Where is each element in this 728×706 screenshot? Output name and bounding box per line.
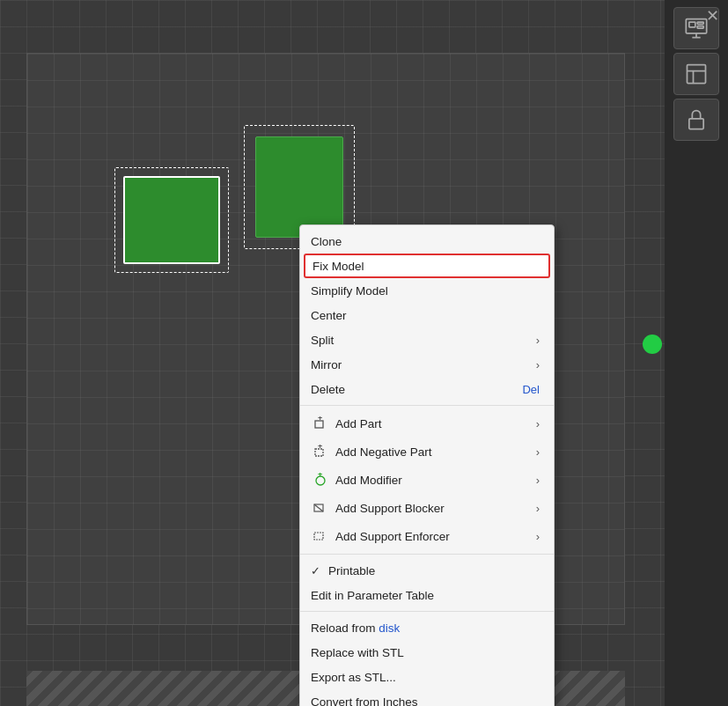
menu-item-edit-param-table[interactable]: Edit in Parameter Table <box>300 583 554 607</box>
right-toolbar: ✕ <box>665 0 728 706</box>
lock-icon <box>684 107 709 132</box>
add-modifier-icon: + <box>311 471 328 489</box>
menu-item-delete[interactable]: Delete Del <box>300 377 554 401</box>
support-enforcer-arrow-icon: › <box>536 530 540 543</box>
menu-item-simplify-model[interactable]: Simplify Model <box>300 278 554 303</box>
support-enforcer-icon <box>311 527 328 545</box>
menu-item-mirror[interactable]: Mirror › <box>300 352 554 377</box>
add-part-arrow-icon: › <box>536 417 540 430</box>
menu-item-printable[interactable]: ✓ Printable <box>300 558 554 583</box>
svg-text:+: + <box>318 416 322 423</box>
3d-model-left[interactable] <box>123 176 220 264</box>
menu-item-add-negative-part[interactable]: + Add Negative Part › <box>300 438 554 466</box>
menu-item-center[interactable]: Center <box>300 303 554 327</box>
menu-item-add-support-enforcer[interactable]: Add Support Enforcer › <box>300 522 554 550</box>
svg-rect-4 <box>688 65 706 84</box>
add-part-icon: + <box>311 415 328 432</box>
3d-model-right[interactable] <box>255 136 343 238</box>
split-arrow-icon: › <box>536 334 540 347</box>
mirror-arrow-icon: › <box>536 358 540 371</box>
svg-rect-1 <box>689 22 695 27</box>
add-negative-part-icon: + <box>311 443 328 460</box>
layout-icon <box>684 62 709 86</box>
printable-checkmark: ✓ <box>311 564 325 577</box>
svg-text:+: + <box>318 445 322 451</box>
toolbar-button-lock[interactable] <box>673 99 719 141</box>
green-status-indicator <box>643 335 662 354</box>
menu-item-reload-from-disk[interactable]: Reload from disk <box>300 615 554 640</box>
toolbar-button-layout[interactable] <box>673 53 719 95</box>
reload-disk-blue: disk <box>379 621 400 635</box>
svg-text:+: + <box>318 473 322 479</box>
menu-item-clone[interactable]: Clone <box>300 229 554 254</box>
menu-item-replace-with-stl[interactable]: Replace with STL <box>300 640 554 665</box>
divider-1 <box>300 405 554 406</box>
menu-item-convert-from-inches[interactable]: Convert from Inches <box>300 689 554 706</box>
svg-rect-5 <box>689 119 703 129</box>
support-blocker-icon <box>311 499 328 517</box>
svg-line-13 <box>314 504 323 511</box>
menu-item-split[interactable]: Split › <box>300 327 554 352</box>
add-modifier-arrow-icon: › <box>536 474 540 487</box>
divider-3 <box>300 611 554 612</box>
menu-item-export-as-stl[interactable]: Export as STL... <box>300 665 554 689</box>
close-button[interactable]: ✕ <box>700 4 724 28</box>
menu-item-add-part[interactable]: + Add Part › <box>300 409 554 438</box>
delete-shortcut: Del <box>522 383 540 396</box>
menu-item-add-support-blocker[interactable]: Add Support Blocker › <box>300 494 554 522</box>
add-neg-arrow-icon: › <box>536 445 540 459</box>
menu-item-add-modifier[interactable]: + Add Modifier › <box>300 466 554 494</box>
divider-2 <box>300 554 554 555</box>
menu-item-fix-model[interactable]: Fix Model <box>304 254 550 278</box>
svg-rect-14 <box>314 533 323 540</box>
context-menu: Clone Fix Model Simplify Model Center Sp… <box>299 224 555 706</box>
support-blocker-arrow-icon: › <box>536 502 540 515</box>
